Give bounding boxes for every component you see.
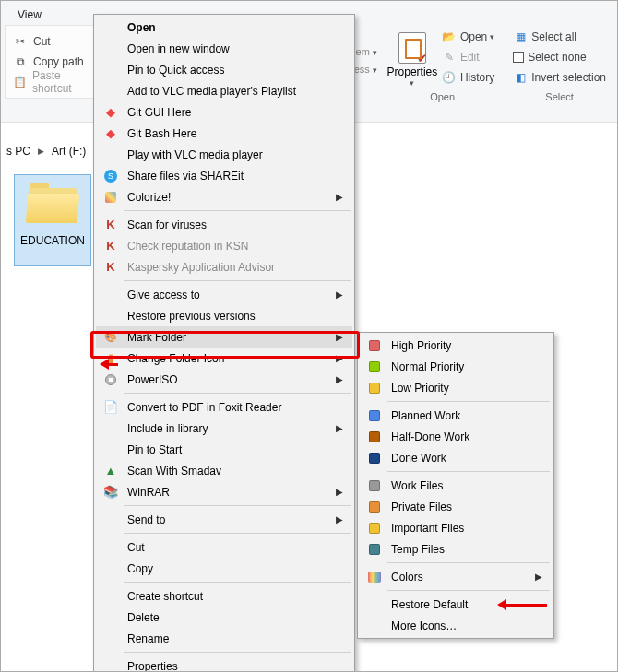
menu-item-share-files-via-shareit[interactable]: SShare files via SHAREit (96, 165, 352, 186)
select-group-label: Select (509, 91, 610, 102)
menu-item-winrar[interactable]: 📚WinRAR▶ (96, 481, 352, 502)
blank-icon (100, 308, 122, 324)
blank-icon (100, 19, 122, 36)
folder-education[interactable]: EDUCATION (14, 174, 91, 266)
select-group: ▦Select all Select none ◧Invert selectio… (504, 25, 615, 104)
menu-item-properties[interactable]: Properties (96, 655, 352, 672)
open-stack: 📂Open▾ ✎Edit 🕘History (438, 27, 498, 88)
submenu-item-high-priority[interactable]: High Priority (360, 335, 552, 356)
menu-item-open-in-new-window[interactable]: Open in new window (96, 38, 352, 59)
kaspersky-icon: K (100, 217, 122, 233)
blank-icon (100, 62, 122, 78)
menu-item-label: Temp Files (391, 543, 542, 556)
menu-item-label: Change Folder Icon (127, 352, 330, 365)
history-button[interactable]: 🕘History (438, 67, 498, 88)
edit-button: ✎Edit (438, 47, 483, 67)
menu-item-rename[interactable]: Rename (96, 628, 352, 649)
open-button[interactable]: 📂Open▾ (438, 27, 498, 47)
menu-item-create-shortcut[interactable]: Create shortcut (96, 585, 352, 607)
priority-orange-icon (363, 499, 386, 515)
menu-item-change-folder-icon[interactable]: ▮Change Folder Icon▶ (96, 348, 352, 369)
submenu-item-more-icons[interactable]: More Icons… (360, 615, 552, 636)
menu-item-label: Open in new window (127, 42, 343, 55)
select-all-icon: ▦ (513, 29, 528, 44)
menu-item-label: Open (127, 21, 343, 34)
priority-red-icon (363, 337, 386, 354)
menu-item-copy[interactable]: Copy (96, 558, 352, 579)
menu-item-label: Play with VLC media player (127, 148, 343, 161)
menu-item-label: Delete (127, 611, 343, 624)
properties-button[interactable]: ✔ Properties ▾ (386, 27, 438, 88)
submenu-item-work-files[interactable]: Work Files (360, 475, 552, 496)
menu-item-git-gui-here[interactable]: ◆Git GUI Here (96, 101, 352, 123)
crumb-drive[interactable]: Art (F:) (46, 145, 91, 158)
colorize-icon (100, 189, 122, 206)
submenu-item-half-done-work[interactable]: Half-Done Work (360, 426, 552, 447)
menu-item-cut[interactable]: Cut (96, 536, 352, 558)
blank-icon (100, 588, 122, 605)
open-group: ✔ Properties ▾ 📂Open▾ ✎Edit 🕘History Ope… (381, 25, 504, 104)
menu-item-play-with-vlc-media-player[interactable]: Play with VLC media player (96, 144, 352, 165)
menu-separator (387, 401, 550, 402)
cut-label: Cut (33, 35, 51, 48)
submenu-item-normal-priority[interactable]: Normal Priority (360, 356, 552, 377)
crumb-pc[interactable]: s PC (1, 145, 36, 158)
priority-green-icon (363, 359, 386, 375)
crumb-sep-icon[interactable]: ▶ (36, 147, 46, 156)
menu-item-scan-with-smadav[interactable]: ▲Scan With Smadav (96, 460, 352, 481)
submenu-item-planned-work[interactable]: Planned Work (360, 405, 552, 426)
menu-item-label: Private Files (391, 501, 542, 513)
blank-icon (100, 83, 122, 100)
open-group-label: Open (386, 91, 498, 102)
menu-item-kaspersky-application-advisor: KKaspersky Application Advisor (96, 256, 352, 277)
git-bash-icon: ◆ (100, 125, 122, 142)
menu-item-convert-to-pdf-in-foxit-reader[interactable]: 📄Convert to PDF in Foxit Reader (96, 396, 352, 418)
menu-item-add-to-vlc-media-player-s-playlist[interactable]: Add to VLC media player's Playlist (96, 80, 352, 101)
select-none-button[interactable]: Select none (509, 47, 589, 67)
paste-shortcut-icon: 📋 (13, 75, 27, 89)
cut-button[interactable]: ✂ Cut (6, 31, 96, 52)
menu-item-scan-for-viruses[interactable]: KScan for viruses (96, 214, 352, 235)
menu-item-colorize[interactable]: Colorize!▶ (96, 186, 352, 207)
git-gui-icon: ◆ (100, 104, 122, 121)
menu-item-send-to[interactable]: Send to▶ (96, 509, 352, 530)
invert-selection-icon: ◧ (513, 70, 528, 85)
priority-navy-icon (363, 450, 386, 466)
menu-item-label: Work Files (391, 479, 542, 492)
submenu-item-done-work[interactable]: Done Work (360, 447, 552, 468)
select-all-button[interactable]: ▦Select all (509, 27, 580, 47)
submenu-item-important-files[interactable]: Important Files (360, 517, 552, 538)
blank-icon (363, 596, 386, 613)
submenu-item-private-files[interactable]: Private Files (360, 496, 552, 517)
menu-item-include-in-library[interactable]: Include in library▶ (96, 418, 352, 439)
submenu-item-temp-files[interactable]: Temp Files (360, 538, 552, 560)
menu-item-give-access-to[interactable]: Give access to▶ (96, 284, 352, 305)
menu-item-open[interactable]: Open (96, 17, 352, 38)
menu-item-label: Properties (127, 660, 343, 673)
menu-separator (124, 652, 351, 653)
menu-separator (124, 505, 351, 506)
menu-item-label: Half-Done Work (391, 430, 542, 443)
menu-item-pin-to-quick-access[interactable]: Pin to Quick access (96, 59, 352, 80)
ribbon-right: em ▾ cess ▾ ✔ Properties ▾ 📂Open▾ ✎Edit … (342, 25, 615, 104)
blank-icon (100, 658, 122, 673)
submenu-item-colors[interactable]: Colors▶ (360, 566, 552, 587)
menu-item-mark-folder[interactable]: 🎨Mark Folder▶ (96, 326, 352, 348)
properties-icon: ✔ (398, 32, 426, 64)
menu-item-label: Colors (391, 571, 529, 584)
tab-view[interactable]: View (18, 8, 42, 21)
menu-item-delete[interactable]: Delete (96, 607, 352, 628)
menu-item-pin-to-start[interactable]: Pin to Start (96, 439, 352, 460)
blank-icon (100, 560, 122, 577)
submenu-item-low-priority[interactable]: Low Priority (360, 377, 552, 398)
menu-item-restore-previous-versions[interactable]: Restore previous versions (96, 305, 352, 326)
blank-icon (100, 41, 122, 57)
menu-item-label: Normal Priority (391, 360, 542, 373)
menu-item-poweriso[interactable]: PowerISO▶ (96, 369, 352, 390)
invert-selection-button[interactable]: ◧Invert selection (509, 67, 610, 88)
menu-item-label: More Icons… (391, 619, 542, 632)
menu-item-git-bash-here[interactable]: ◆Git Bash Here (96, 123, 352, 144)
colors-icon (363, 569, 386, 585)
menu-item-label: Check reputation in KSN (127, 240, 343, 253)
menu-item-label: Give access to (127, 289, 330, 301)
